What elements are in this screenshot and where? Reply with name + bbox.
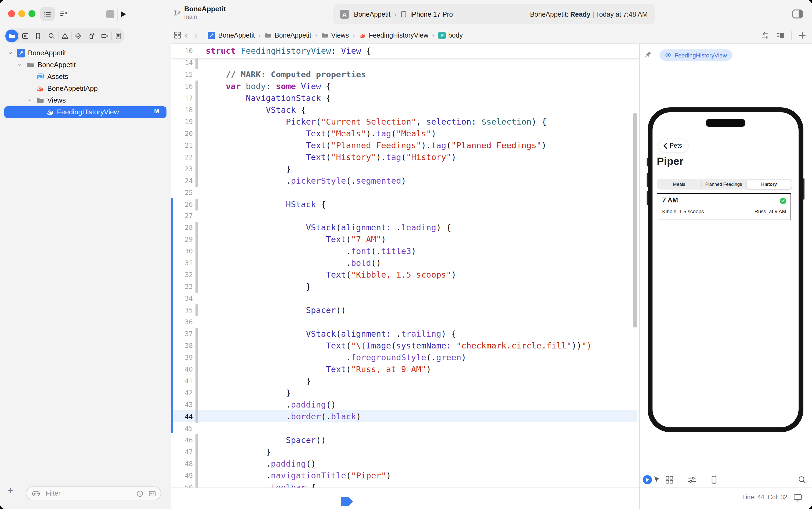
code-line[interactable]: 14 (171, 57, 639, 69)
line-number[interactable]: 33 (171, 281, 193, 293)
line-number[interactable]: 14 (171, 57, 193, 69)
code-line[interactable]: 23} (171, 163, 639, 175)
play-circle-icon[interactable] (643, 475, 652, 484)
line-number[interactable]: 49 (171, 470, 193, 481)
feeding-history-card[interactable]: 7 AM Kibble, 1.5 scoops Russ, at 9 AM (657, 193, 791, 220)
breadcrumb-views[interactable]: Views (321, 31, 349, 39)
code-line[interactable]: 37VStack(alignment: .trailing) { (171, 328, 639, 340)
scheme-name[interactable]: BoneAppetit (354, 10, 391, 18)
preview-target-pill[interactable]: FeedingHistoryView (659, 49, 732, 61)
sidebar-item-views[interactable]: Views (0, 95, 171, 106)
selection-cursor-icon[interactable] (652, 475, 662, 484)
filter-field[interactable]: Filter (26, 486, 161, 500)
code-line[interactable]: 19Picker("Current Selection", selection:… (171, 116, 639, 128)
code-line[interactable]: 21Text("Planned Feedings").tag("Planned … (171, 139, 639, 151)
code-line[interactable]: 50.toolbar { (171, 481, 639, 487)
breadcrumb-body[interactable]: Pbody (438, 31, 463, 39)
line-number[interactable]: 31 (171, 258, 193, 269)
line-number[interactable]: 21 (171, 139, 193, 151)
line-number[interactable]: 40 (171, 364, 193, 375)
code-line[interactable]: 22Text("History").tag("History") (171, 151, 639, 163)
disclosure-chevron-icon[interactable] (7, 50, 13, 56)
sidebar-item-boneappetit[interactable]: BoneAppetit (0, 47, 171, 59)
line-number[interactable]: 39 (171, 352, 193, 364)
code-line[interactable]: 38Text("\(Image(systemName: "checkmark.c… (171, 340, 639, 352)
line-number[interactable]: 44 (171, 411, 193, 422)
code-line[interactable]: 34 (171, 293, 639, 304)
inspector-toggle-button[interactable] (790, 8, 805, 20)
line-number[interactable]: 29 (171, 234, 193, 246)
code-line[interactable]: 16var body: some View { (171, 80, 639, 92)
code-line[interactable]: 25 (171, 186, 639, 198)
code-line[interactable]: 33} (171, 281, 639, 293)
line-number[interactable]: 47 (171, 446, 193, 458)
run-destination[interactable]: iPhone 17 Pro (410, 10, 453, 18)
source-editor[interactable]: 1415// MARK: Computed properties16var bo… (171, 44, 639, 509)
code-line[interactable]: 24.pickerStyle(.segmented) (171, 175, 639, 186)
device-icon[interactable] (709, 475, 718, 484)
code-line[interactable]: 20Text("Meals").tag("Meals") (171, 128, 639, 140)
line-number[interactable]: 25 (171, 186, 193, 198)
breadcrumb-feedinghistoryview[interactable]: FeedingHistoryView (359, 31, 428, 39)
sidebar-item-feedinghistoryview[interactable]: FeedingHistoryViewM (0, 106, 171, 118)
code-line[interactable]: 27 (171, 210, 639, 222)
breadcrumb-boneappetit[interactable]: BoneAppetit (208, 31, 255, 39)
code-line[interactable]: 41} (171, 375, 639, 387)
segment-planned-feedings[interactable]: Planned Feedings (701, 179, 746, 190)
code-line[interactable]: 44.border(.black) (171, 411, 639, 422)
zoom-magnifier-icon[interactable] (798, 475, 807, 484)
code-line[interactable]: 31.bold() (171, 258, 639, 269)
line-number[interactable]: 27 (171, 210, 193, 222)
code-line[interactable]: 28VStack(alignment: .leading) { (171, 222, 639, 234)
display-icon[interactable] (793, 493, 802, 502)
sidebar-item-boneappetit[interactable]: BoneAppetit (0, 59, 171, 71)
line-number[interactable]: 32 (171, 269, 193, 281)
code-line[interactable]: 32Text("Kibble, 1.5 scoops") (171, 269, 639, 281)
segment-meals[interactable]: Meals (657, 179, 701, 190)
editor-layout-icon[interactable] (776, 31, 785, 39)
line-number[interactable]: 16 (171, 80, 193, 92)
line-number[interactable]: 22 (171, 151, 193, 163)
line-number[interactable]: 15 (171, 69, 193, 80)
code-line[interactable]: 36 (171, 316, 639, 328)
back-button-pets[interactable]: Pets (659, 139, 688, 152)
editor-scrollbar[interactable] (633, 113, 637, 328)
line-number[interactable]: 46 (171, 434, 193, 446)
code-line[interactable]: 49.navigationTitle("Piper") (171, 470, 639, 481)
line-number[interactable]: 28 (171, 222, 193, 234)
add-file-button[interactable]: + (7, 485, 13, 497)
preview-screen[interactable]: Pets Piper MealsPlanned FeedingsHistory … (652, 112, 799, 428)
disclosure-chevron-icon[interactable] (27, 98, 32, 103)
variants-grid-icon[interactable] (665, 475, 674, 484)
line-number[interactable]: 24 (171, 175, 193, 186)
line-number[interactable]: 26 (171, 198, 193, 210)
line-number[interactable]: 20 (171, 128, 193, 140)
line-number[interactable]: 43 (171, 399, 193, 411)
forward-button[interactable]: › (191, 31, 200, 39)
code-line[interactable]: 42} (171, 387, 639, 399)
line-number[interactable]: 50 (171, 481, 193, 487)
line-number[interactable]: 34 (171, 293, 193, 304)
line-number[interactable]: 30 (171, 246, 193, 258)
recent-files-icon[interactable] (136, 489, 144, 498)
sticky-code-line[interactable]: 10struct FeedingHistoryView: View { (171, 45, 639, 57)
sidebar-item-boneappetitapp[interactable]: BoneAppetitApp (0, 83, 171, 95)
segment-history[interactable]: History (747, 180, 791, 189)
line-number[interactable]: 36 (171, 316, 193, 328)
line-number[interactable]: 18 (171, 104, 193, 116)
back-button[interactable]: ‹ (181, 31, 191, 39)
code-line[interactable]: 46Spacer() (171, 434, 639, 446)
code-line[interactable]: 18VStack { (171, 104, 639, 116)
device-settings-sliders-icon[interactable] (687, 475, 697, 484)
code-line[interactable]: 43.padding() (171, 399, 639, 411)
code-line[interactable]: 30.font(.title3) (171, 246, 639, 258)
swap-editor-icon[interactable] (761, 31, 770, 39)
line-number[interactable]: 35 (171, 304, 193, 316)
pin-preview-icon[interactable] (644, 50, 652, 59)
code-line[interactable]: 40Text("Russ, at 9 AM") (171, 364, 639, 375)
code-line[interactable]: 48.padding() (171, 458, 639, 470)
code-line[interactable]: 35Spacer() (171, 304, 639, 316)
breadcrumb-boneappetit[interactable]: BoneAppetit (265, 31, 311, 39)
code-line[interactable]: 17NavigationStack { (171, 92, 639, 104)
line-number[interactable]: 38 (171, 340, 193, 352)
